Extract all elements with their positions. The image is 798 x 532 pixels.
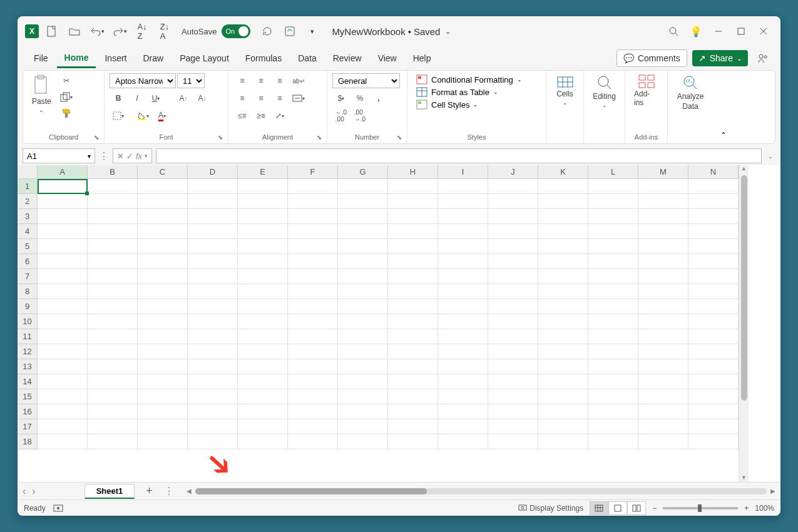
zoom-out-icon[interactable]: − bbox=[652, 504, 657, 513]
cell-styles-button[interactable]: Cell Styles⌄ bbox=[416, 100, 537, 110]
normal-view-icon[interactable] bbox=[590, 501, 608, 515]
cell[interactable] bbox=[388, 329, 438, 344]
cell[interactable] bbox=[288, 404, 338, 419]
cell[interactable] bbox=[688, 299, 739, 314]
cell[interactable] bbox=[538, 209, 588, 224]
cell[interactable] bbox=[338, 269, 388, 284]
cell[interactable] bbox=[138, 299, 188, 314]
horizontal-scrollbar[interactable]: ◀ ▶ bbox=[187, 488, 775, 494]
cell[interactable] bbox=[88, 314, 138, 329]
row-header[interactable]: 10 bbox=[18, 314, 38, 329]
row-header[interactable]: 4 bbox=[18, 224, 38, 239]
cell[interactable] bbox=[438, 254, 488, 269]
cell[interactable] bbox=[238, 329, 288, 344]
cell[interactable] bbox=[188, 434, 238, 449]
cell[interactable] bbox=[238, 254, 288, 269]
fx-icon[interactable]: fx bbox=[136, 151, 142, 161]
macro-record-icon[interactable] bbox=[53, 504, 63, 512]
row-header[interactable]: 5 bbox=[18, 239, 38, 254]
column-header[interactable]: C bbox=[138, 165, 188, 179]
cell[interactable] bbox=[288, 299, 338, 314]
page-break-view-icon[interactable] bbox=[627, 501, 646, 515]
cell[interactable] bbox=[488, 419, 538, 434]
cell[interactable] bbox=[188, 284, 238, 299]
cell[interactable] bbox=[338, 179, 388, 194]
cell[interactable] bbox=[288, 419, 338, 434]
maximize-icon[interactable] bbox=[732, 22, 750, 41]
cell[interactable] bbox=[188, 209, 238, 224]
cell[interactable] bbox=[638, 299, 688, 314]
cell[interactable] bbox=[188, 194, 238, 209]
cell[interactable] bbox=[438, 344, 488, 359]
sort-desc-icon[interactable]: Z↓A bbox=[155, 22, 174, 41]
tab-file[interactable]: File bbox=[26, 49, 56, 67]
cell[interactable] bbox=[488, 179, 538, 194]
cell[interactable] bbox=[488, 404, 538, 419]
align-left-icon[interactable]: ≡ bbox=[233, 91, 251, 106]
cell[interactable] bbox=[438, 434, 488, 449]
cell[interactable] bbox=[338, 374, 388, 389]
format-as-table-button[interactable]: Format as Table⌄ bbox=[416, 87, 537, 97]
cell[interactable] bbox=[38, 359, 88, 374]
cell[interactable] bbox=[688, 389, 739, 404]
page-layout-view-icon[interactable] bbox=[608, 501, 627, 515]
cell[interactable] bbox=[588, 389, 638, 404]
clipboard-launcher-icon[interactable]: ⬊ bbox=[94, 134, 99, 141]
row-header[interactable]: 15 bbox=[18, 389, 38, 404]
zoom-thumb[interactable] bbox=[698, 504, 702, 512]
cell[interactable] bbox=[138, 254, 188, 269]
shrink-font-icon[interactable]: A↓ bbox=[193, 91, 211, 106]
column-header[interactable]: L bbox=[588, 165, 638, 179]
cell[interactable] bbox=[388, 389, 438, 404]
cell[interactable] bbox=[288, 269, 338, 284]
cell[interactable] bbox=[338, 224, 388, 239]
tab-data[interactable]: Data bbox=[290, 49, 324, 67]
cell[interactable] bbox=[38, 284, 88, 299]
cell[interactable] bbox=[688, 329, 739, 344]
prev-sheet-icon[interactable]: ‹ bbox=[23, 486, 26, 497]
cell[interactable] bbox=[638, 179, 688, 194]
column-header[interactable]: B bbox=[88, 165, 138, 179]
cell[interactable] bbox=[688, 359, 739, 374]
row-header[interactable]: 7 bbox=[18, 269, 38, 284]
cell[interactable] bbox=[88, 179, 138, 194]
row-header[interactable]: 6 bbox=[18, 254, 38, 269]
cell[interactable] bbox=[88, 419, 138, 434]
cell[interactable] bbox=[338, 284, 388, 299]
cell[interactable] bbox=[388, 359, 438, 374]
cell[interactable] bbox=[138, 359, 188, 374]
cell[interactable] bbox=[238, 209, 288, 224]
cell[interactable] bbox=[238, 284, 288, 299]
cell[interactable] bbox=[188, 329, 238, 344]
cell[interactable] bbox=[338, 299, 388, 314]
cell[interactable] bbox=[388, 179, 438, 194]
cell[interactable] bbox=[438, 269, 488, 284]
cell[interactable] bbox=[338, 359, 388, 374]
cell[interactable] bbox=[38, 344, 88, 359]
cell[interactable] bbox=[488, 389, 538, 404]
scroll-right-icon[interactable]: ▶ bbox=[770, 488, 775, 494]
conditional-formatting-button[interactable]: Conditional Formatting⌄ bbox=[416, 74, 537, 84]
cell[interactable] bbox=[88, 344, 138, 359]
cell[interactable] bbox=[388, 284, 438, 299]
zoom-in-icon[interactable]: + bbox=[744, 504, 749, 513]
cell[interactable] bbox=[238, 374, 288, 389]
cell[interactable] bbox=[288, 329, 338, 344]
decrease-indent-icon[interactable]: ≤≡ bbox=[233, 108, 251, 123]
cell[interactable] bbox=[638, 209, 688, 224]
cell[interactable] bbox=[338, 434, 388, 449]
cell[interactable] bbox=[388, 434, 438, 449]
currency-icon[interactable]: $▾ bbox=[332, 91, 350, 106]
collapse-ribbon-icon[interactable]: ⌃ bbox=[720, 131, 727, 140]
cell[interactable] bbox=[488, 284, 538, 299]
add-sheet-button[interactable]: + bbox=[140, 484, 159, 498]
cell[interactable] bbox=[588, 374, 638, 389]
cell[interactable] bbox=[688, 404, 739, 419]
cell[interactable] bbox=[388, 374, 438, 389]
cell[interactable] bbox=[138, 329, 188, 344]
cell[interactable] bbox=[638, 269, 688, 284]
cell[interactable] bbox=[188, 179, 238, 194]
cell[interactable] bbox=[388, 224, 438, 239]
cell[interactable] bbox=[638, 224, 688, 239]
cell[interactable] bbox=[388, 404, 438, 419]
